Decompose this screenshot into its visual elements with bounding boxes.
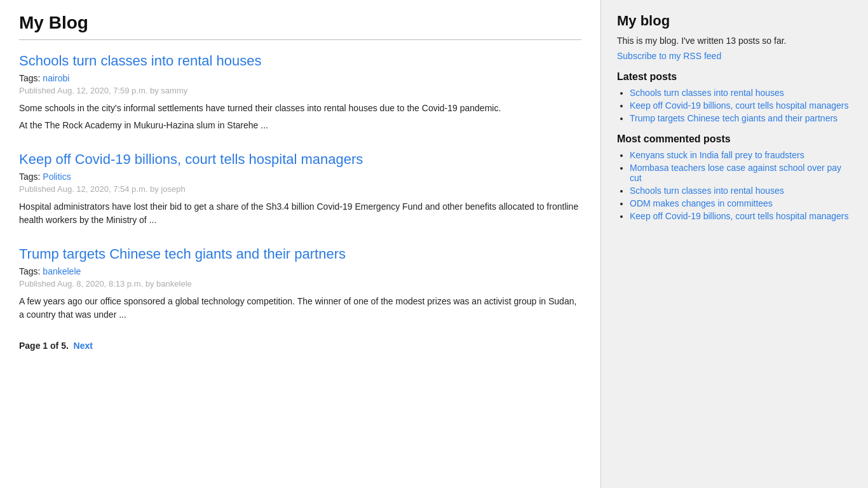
list-item: Schools turn classes into rental houses: [630, 186, 852, 196]
post-title: Keep off Covid-19 billions, court tells …: [19, 151, 581, 168]
sidebar-description: This is my blog. I've written 13 posts s…: [617, 36, 852, 46]
post-tag-link[interactable]: nairobi: [43, 73, 69, 83]
list-item: Keep off Covid-19 billions, court tells …: [630, 100, 852, 111]
list-item: Schools turn classes into rental houses: [630, 88, 852, 98]
pagination-label: Page 1 of 5.: [19, 341, 69, 351]
list-item: Trump targets Chinese tech giants and th…: [630, 113, 852, 123]
latest-posts-title: Latest posts: [617, 71, 852, 83]
rss-link[interactable]: Subscribe to my RSS feed: [617, 51, 721, 61]
post-tags: Tags: bankelele: [19, 266, 581, 276]
most-commented-list: Kenyans stuck in India fall prey to frau…: [617, 150, 852, 221]
post-meta: Published Aug. 8, 2020, 8:13 p.m. by ban…: [19, 279, 581, 288]
post-title-link[interactable]: Schools turn classes into rental houses: [19, 53, 262, 69]
most-commented-post-link[interactable]: Keep off Covid-19 billions, court tells …: [630, 211, 848, 221]
most-commented-post-link[interactable]: Mombasa teachers lose case against schoo…: [630, 163, 841, 183]
post-meta: Published Aug. 12, 2020, 7:59 p.m. by sa…: [19, 86, 581, 95]
latest-post-link[interactable]: Schools turn classes into rental houses: [630, 88, 784, 98]
posts-container: Schools turn classes into rental houses …: [19, 53, 581, 322]
list-item: Kenyans stuck in India fall prey to frau…: [630, 150, 852, 160]
list-item: Mombasa teachers lose case against schoo…: [630, 163, 852, 183]
post-title-link[interactable]: Trump targets Chinese tech giants and th…: [19, 246, 346, 262]
blog-title: My Blog: [19, 13, 581, 33]
post-meta: Published Aug. 12, 2020, 7:54 p.m. by jo…: [19, 184, 581, 194]
post-excerpt: Some schools in the city's informal sett…: [19, 102, 581, 132]
post-title: Trump targets Chinese tech giants and th…: [19, 246, 581, 262]
most-commented-post-link[interactable]: Schools turn classes into rental houses: [630, 186, 784, 196]
tags-label: Tags:: [19, 172, 40, 182]
post-title: Schools turn classes into rental houses: [19, 53, 581, 69]
main-divider: [19, 39, 581, 40]
latest-posts-list: Schools turn classes into rental housesK…: [617, 88, 852, 123]
main-content: My Blog Schools turn classes into rental…: [0, 0, 601, 488]
post-item: Keep off Covid-19 billions, court tells …: [19, 151, 581, 227]
list-item: Keep off Covid-19 billions, court tells …: [630, 211, 852, 221]
sidebar: My blog This is my blog. I've written 13…: [601, 0, 868, 488]
post-tag-link[interactable]: bankelele: [43, 266, 81, 276]
most-commented-post-link[interactable]: ODM makes changes in committees: [630, 198, 773, 208]
latest-post-link[interactable]: Trump targets Chinese tech giants and th…: [630, 113, 837, 123]
post-title-link[interactable]: Keep off Covid-19 billions, court tells …: [19, 151, 363, 167]
most-commented-title: Most commented posts: [617, 133, 852, 145]
next-page-link[interactable]: Next: [74, 341, 93, 351]
sidebar-title: My blog: [617, 13, 852, 29]
list-item: ODM makes changes in committees: [630, 198, 852, 208]
post-item: Schools turn classes into rental houses …: [19, 53, 581, 132]
tags-label: Tags:: [19, 266, 40, 276]
post-excerpt: Hospital administrators have lost their …: [19, 200, 581, 227]
post-item: Trump targets Chinese tech giants and th…: [19, 246, 581, 322]
tags-label: Tags:: [19, 73, 40, 83]
post-tags: Tags: nairobi: [19, 73, 581, 83]
most-commented-post-link[interactable]: Kenyans stuck in India fall prey to frau…: [630, 150, 804, 160]
post-excerpt: A few years ago our office sponsored a g…: [19, 295, 581, 322]
pagination: Page 1 of 5. Next: [19, 341, 581, 351]
post-tag-link[interactable]: Politics: [43, 172, 71, 182]
sidebar-rss: Subscribe to my RSS feed: [617, 51, 852, 61]
latest-post-link[interactable]: Keep off Covid-19 billions, court tells …: [630, 100, 848, 111]
post-tags: Tags: Politics: [19, 172, 581, 182]
